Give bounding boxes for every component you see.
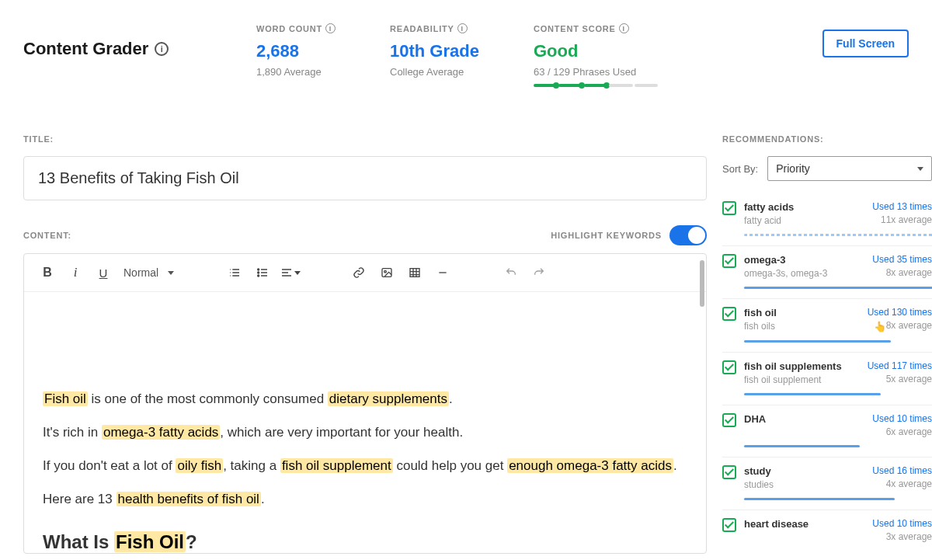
metric-content-score: CONTENT SCOREi Good 63 / 129 Phrases Use…: [534, 23, 658, 87]
recommendation-item[interactable]: study studies Used 16 times 4x average: [722, 457, 932, 510]
sort-by-label: Sort By:: [722, 163, 758, 175]
recommendation-variants: fish oils: [744, 321, 868, 332]
readability-average: College Average: [390, 66, 479, 78]
recommendation-average: 6x average: [872, 426, 932, 437]
recommendation-name: fish oil: [744, 307, 868, 318]
info-icon[interactable]: i: [457, 23, 468, 33]
underline-button[interactable]: U: [91, 260, 116, 285]
recommendation-checkbox[interactable]: [722, 201, 736, 215]
content-label: CONTENT:: [23, 231, 71, 240]
recommendation-item[interactable]: fatty acids fatty acid Used 13 times 11x…: [722, 193, 932, 246]
italic-button[interactable]: i: [63, 260, 88, 285]
word-count-value: 2,688: [256, 41, 336, 61]
info-icon[interactable]: i: [619, 23, 629, 33]
recommendation-name: omega-3: [744, 254, 872, 266]
recommendation-average: 4x average: [872, 478, 932, 489]
recommendation-average: 5x average: [868, 374, 932, 384]
bold-button[interactable]: B: [35, 260, 60, 285]
recommendation-checkbox[interactable]: [722, 360, 736, 374]
sort-by-select[interactable]: Priority: [767, 156, 932, 181]
recommendation-checkbox[interactable]: [722, 413, 736, 427]
metric-readability: READABILITYi 10th Grade College Average: [390, 23, 479, 87]
svg-point-2: [258, 275, 259, 277]
editor-body[interactable]: Fish oil is one of the most commonly con…: [24, 292, 706, 553]
recommendation-used: Used 117 times: [868, 360, 932, 371]
recommendation-variants: fish oil supplement: [744, 374, 868, 385]
recommendation-name: study: [744, 465, 872, 477]
recommendation-used: Used 13 times: [872, 201, 932, 212]
recommendation-checkbox[interactable]: [722, 518, 736, 532]
recommendation-variants: omega-3s, omega-3: [744, 268, 872, 279]
recommendation-bar: [744, 234, 932, 236]
recommendation-used: Used 10 times: [872, 413, 932, 424]
recommendations-label: RECOMMENDATIONS:: [722, 134, 932, 144]
chevron-down-icon: [168, 271, 174, 275]
svg-point-1: [258, 272, 259, 273]
chevron-down-icon: [294, 271, 301, 275]
recommendation-item[interactable]: heart disease Used 10 times 3x average: [722, 510, 932, 560]
word-count-average: 1,890 Average: [256, 66, 336, 78]
recommendation-variants: fatty acid: [744, 215, 872, 226]
recommendation-item[interactable]: fish oil supplements fish oil supplement…: [722, 353, 932, 405]
horizontal-rule-button[interactable]: [430, 260, 455, 285]
recommendation-used: Used 35 times: [872, 254, 932, 265]
recommendation-name: fatty acids: [744, 201, 872, 213]
recommendation-average: 👆8x average: [868, 320, 932, 332]
image-button[interactable]: [374, 260, 399, 285]
recommendation-item[interactable]: fish oil fish oils Used 130 times 👆8x av…: [722, 299, 932, 353]
recommendation-used: Used 130 times: [868, 307, 932, 318]
recommendation-average: 8x average: [872, 267, 932, 278]
recommendation-checkbox[interactable]: [722, 307, 736, 321]
cursor-icon: 👆: [874, 321, 886, 332]
content-editor: B i U Normal: [23, 253, 707, 554]
recommendation-bar: [744, 498, 895, 500]
svg-point-0: [258, 269, 259, 270]
recommendation-bar: [744, 393, 881, 395]
redo-button[interactable]: [527, 260, 551, 285]
recommendation-name: DHA: [744, 413, 872, 425]
recommendation-average: 11x average: [872, 214, 932, 225]
info-icon[interactable]: i: [155, 42, 169, 56]
highlight-keywords-toggle[interactable]: [669, 225, 707, 245]
content-score-phrases: 63 / 129 Phrases Used: [534, 66, 658, 78]
highlight-keywords-label: HIGHLIGHT KEYWORDS: [551, 231, 662, 240]
recommendation-checkbox[interactable]: [722, 465, 736, 479]
recommendation-variants: studies: [744, 479, 872, 490]
info-icon[interactable]: i: [325, 23, 336, 33]
undo-button[interactable]: [499, 260, 523, 285]
full-screen-button[interactable]: Full Screen: [822, 30, 909, 57]
ordered-list-button[interactable]: [222, 260, 247, 285]
app-title: Content Grader i: [23, 39, 256, 59]
link-button[interactable]: [346, 260, 371, 285]
recommendation-item[interactable]: omega-3 omega-3s, omega-3 Used 35 times …: [722, 246, 932, 299]
readability-value: 10th Grade: [390, 41, 479, 61]
recommendation-checkbox[interactable]: [722, 254, 736, 268]
recommendation-item[interactable]: DHA Used 10 times 6x average: [722, 405, 932, 457]
align-button[interactable]: [278, 260, 303, 285]
recommendation-bar: [744, 445, 860, 447]
content-score-progress: [534, 84, 658, 87]
recommendation-used: Used 10 times: [872, 518, 932, 529]
title-label: TITLE:: [23, 134, 707, 144]
metric-word-count: WORD COUNTi 2,688 1,890 Average: [256, 23, 336, 87]
title-input[interactable]: [23, 156, 707, 200]
recommendation-name: fish oil supplements: [744, 360, 868, 372]
svg-rect-5: [410, 269, 419, 277]
recommendation-bar: [744, 287, 932, 289]
recommendation-name: heart disease: [744, 518, 872, 530]
paragraph-style-select[interactable]: Normal: [119, 266, 179, 279]
recommendation-bar: [744, 340, 891, 343]
unordered-list-button[interactable]: [250, 260, 275, 285]
svg-point-4: [384, 270, 387, 273]
recommendation-average: 3x average: [872, 531, 932, 542]
chevron-down-icon: [917, 167, 923, 171]
recommendation-used: Used 16 times: [872, 465, 932, 476]
table-button[interactable]: [402, 260, 427, 285]
content-score-value: Good: [534, 41, 658, 61]
